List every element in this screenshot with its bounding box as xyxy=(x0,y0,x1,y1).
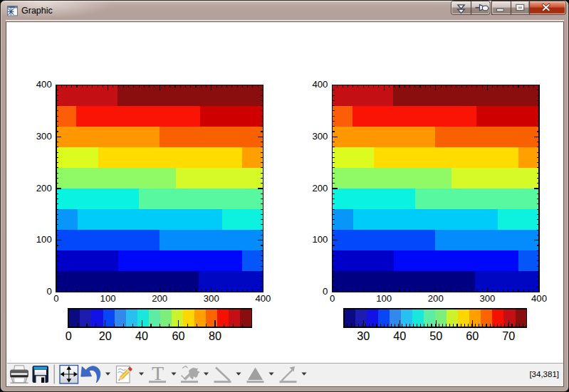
svg-text:400: 400 xyxy=(531,293,547,304)
svg-text:20: 20 xyxy=(99,329,112,342)
svg-text:50: 50 xyxy=(429,329,442,342)
svg-text:200: 200 xyxy=(152,293,167,304)
svg-text:400: 400 xyxy=(36,79,52,90)
svg-text:40: 40 xyxy=(393,329,406,342)
svg-text:70: 70 xyxy=(502,329,515,342)
svg-text:200: 200 xyxy=(428,293,444,304)
svg-text:0: 0 xyxy=(330,293,335,304)
svg-text:30: 30 xyxy=(357,329,370,342)
svg-text:400: 400 xyxy=(255,293,271,304)
svg-text:100: 100 xyxy=(376,293,392,304)
svg-text:60: 60 xyxy=(466,329,479,342)
svg-text:300: 300 xyxy=(479,293,495,304)
svg-text:100: 100 xyxy=(100,293,116,304)
svg-text:0: 0 xyxy=(323,286,328,297)
svg-text:200: 200 xyxy=(36,183,52,194)
svg-text:80: 80 xyxy=(209,329,221,342)
svg-text:300: 300 xyxy=(36,131,52,142)
svg-text:400: 400 xyxy=(312,79,328,90)
svg-text:60: 60 xyxy=(172,329,185,342)
svg-text:0: 0 xyxy=(66,329,72,342)
svg-text:0: 0 xyxy=(46,286,51,297)
svg-text:300: 300 xyxy=(204,293,219,304)
svg-text:0: 0 xyxy=(53,293,58,304)
svg-text:300: 300 xyxy=(312,131,328,142)
svg-text:40: 40 xyxy=(135,329,148,342)
svg-text:100: 100 xyxy=(312,234,328,245)
svg-text:100: 100 xyxy=(36,234,52,245)
svg-text:200: 200 xyxy=(312,183,328,194)
